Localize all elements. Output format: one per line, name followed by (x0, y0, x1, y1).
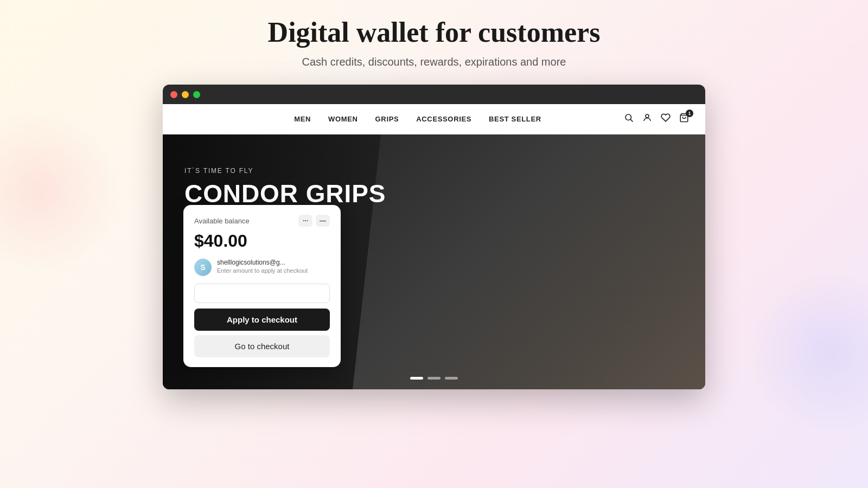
avatar: S (194, 259, 212, 276)
svg-line-1 (630, 119, 633, 121)
browser-dot-yellow[interactable] (182, 91, 189, 98)
decorative-blob-left (0, 108, 119, 271)
slider-dot-1[interactable] (410, 377, 423, 380)
nav-bestseller[interactable]: BEST SELLER (489, 115, 541, 123)
hero-text: IT´S TIME TO FLY CONDOR GRIPS (184, 167, 386, 208)
slider-dot-3[interactable] (445, 377, 458, 380)
wallet-header: Available balance ··· — (194, 215, 330, 227)
page-title: Digital wallet for customers (268, 16, 601, 48)
wallet-balance: $40.00 (194, 231, 330, 251)
wallet-minimize-button[interactable]: — (316, 215, 330, 227)
account-icon[interactable] (642, 113, 652, 125)
wallet-available-label: Available balance (194, 217, 250, 225)
nav-icons: 1 (624, 113, 689, 125)
cart-badge: 1 (686, 110, 693, 117)
nav-grips[interactable]: GRIPS (375, 115, 399, 123)
nav-women[interactable]: WOMEN (328, 115, 358, 123)
page-subtitle: Cash credits, discounts, rewards, expira… (302, 56, 566, 68)
browser-titlebar (163, 85, 705, 104)
nav-accessories[interactable]: ACCESSORIES (416, 115, 471, 123)
slider-dot-2[interactable] (427, 377, 441, 380)
wallet-header-icons: ··· — (298, 215, 330, 227)
slider-dots (410, 377, 458, 380)
hero-heading: CONDOR GRIPS (184, 180, 386, 208)
nav-men[interactable]: MEN (294, 115, 311, 123)
wallet-user-info: S shelllogicsolutions@g... Enter amount … (194, 259, 330, 276)
browser-window: MEN WOMEN GRIPS ACCESSORIES BEST SELLER (163, 85, 705, 389)
wallet-user-details: shelllogicsolutions@g... Enter amount to… (217, 259, 330, 274)
search-icon[interactable] (624, 113, 634, 125)
svg-point-2 (646, 114, 649, 118)
apply-to-checkout-button[interactable]: Apply to checkout (194, 309, 330, 331)
wallet-hint: Enter amount to apply at checkout (217, 267, 330, 274)
nav-links: MEN WOMEN GRIPS ACCESSORIES BEST SELLER (294, 115, 541, 123)
cart-icon[interactable]: 1 (679, 113, 689, 125)
wallet-amount-input[interactable] (194, 284, 330, 303)
go-to-checkout-button[interactable]: Go to checkout (194, 335, 330, 357)
hero-eyebrow: IT´S TIME TO FLY (184, 167, 386, 175)
svg-point-0 (626, 114, 631, 120)
hero-image (353, 134, 705, 389)
browser-dot-red[interactable] (170, 91, 177, 98)
decorative-blob-right (749, 271, 868, 434)
wallet-more-button[interactable]: ··· (298, 215, 312, 227)
wishlist-icon[interactable] (661, 113, 671, 125)
store-nav: MEN WOMEN GRIPS ACCESSORIES BEST SELLER (163, 104, 705, 134)
wallet-card: Available balance ··· — $40.00 S shelllo… (183, 205, 341, 367)
browser-dot-green[interactable] (193, 91, 200, 98)
hero-section: IT´S TIME TO FLY CONDOR GRIPS Available … (163, 134, 705, 389)
wallet-email: shelllogicsolutions@g... (217, 259, 330, 266)
